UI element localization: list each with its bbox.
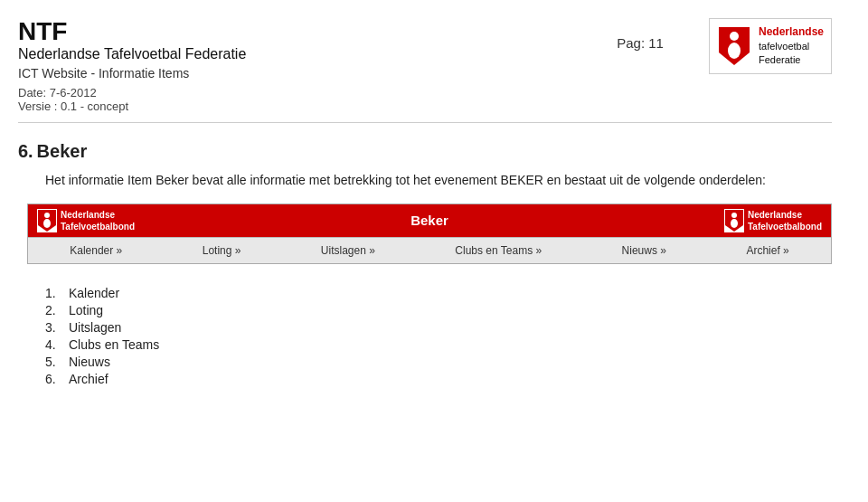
logo-figure-svg [717,25,751,67]
svg-point-7 [43,219,51,228]
nav-logo-left-line2: Tafelvoetbalbond [61,221,135,232]
list-item-label: Archief [69,372,108,386]
nav-logo-right-line1: Nederlandse [748,209,822,221]
intro-paragraph: Het informatie Item Beker bevat alle inf… [45,173,832,187]
nav-logo-left-text: Nederlandse Tafelvoetbalbond [61,209,135,232]
list-item-label: Clubs en Teams [69,337,159,352]
logo-line1: Nederlandse [759,24,824,40]
nav-logo-left-line1: Nederlandse [61,209,135,221]
list-item-num: 5. [45,355,63,369]
list-item: 1.Kalender [45,286,832,300]
nav-logo-right-svg [724,209,744,232]
nav-item-archief[interactable]: Archief » [737,242,797,260]
section-number: 6. [18,141,33,161]
list-item: 3.Uitslagen [45,320,832,335]
nav-logo-right: Nederlandse Tafelvoetbalbond [724,209,822,232]
nav-bottom-bar: Kalender » Loting » Uitslagen » Clubs en… [28,237,831,263]
list-item: 5.Nieuws [45,355,832,369]
nav-mockup: Nederlandse Tafelvoetbalbond Beker Neder… [27,204,832,264]
list-item-label: Loting [69,303,103,317]
list-item: 4.Clubs en Teams [45,337,832,352]
version-label: Versie : 0.1 - concept [18,99,246,113]
list-item: 2.Loting [45,303,832,317]
org-name: Nederlandse Tafelvoetbal Federatie [18,46,246,62]
svg-point-11 [731,219,738,228]
nav-logo-right-text: Nederlandse Tafelvoetbalbond [748,209,822,232]
nav-logo-left-svg [37,209,57,232]
svg-point-10 [731,213,737,218]
svg-point-2 [730,32,739,41]
document-header: NTF Nederlandse Tafelvoetbal Federatie I… [18,18,832,123]
ordered-list: 1.Kalender2.Loting3.Uitslagen4.Clubs en … [45,286,832,386]
list-item-label: Nieuws [69,355,110,369]
svg-point-3 [728,43,741,59]
list-item: 6.Archief [45,372,832,386]
list-item-num: 1. [45,286,63,300]
section-title: Beker [37,141,88,161]
header-right: Pag: 11 Nederlandse tafelvoetbal Federat… [617,18,832,74]
nav-top-bar: Nederlandse Tafelvoetbalbond Beker Neder… [28,204,831,237]
nav-item-nieuws[interactable]: Nieuws » [613,242,675,260]
list-item-label: Kalender [69,286,119,300]
date-label: Date: 7-6-2012 [18,86,246,99]
list-item-num: 2. [45,303,63,317]
logo-line3: Federatie [759,53,824,67]
list-item-num: 4. [45,337,63,352]
section-heading-container: 6. Beker [18,141,832,162]
nav-center-title: Beker [135,213,724,228]
nav-item-clubs[interactable]: Clubs en Teams » [446,242,551,260]
page-number: Pag: 11 [617,35,664,51]
nav-item-loting[interactable]: Loting » [193,242,250,260]
ntf-title: NTF [18,18,246,46]
header-left: NTF Nederlandse Tafelvoetbal Federatie I… [18,18,246,113]
nav-logo-left: Nederlandse Tafelvoetbalbond [37,209,135,232]
logo-line2: tafelvoetbal [759,40,824,53]
svg-point-6 [44,213,50,218]
list-item-num: 3. [45,320,63,335]
nav-logo-right-line2: Tafelvoetbalbond [748,221,822,232]
list-item-label: Uitslagen [69,320,121,335]
nav-item-kalender[interactable]: Kalender » [61,242,131,260]
list-section: 1.Kalender2.Loting3.Uitslagen4.Clubs en … [45,286,832,386]
subtitle: ICT Website - Informatie Items [18,66,246,81]
list-item-num: 6. [45,372,63,386]
logo-box: Nederlandse tafelvoetbal Federatie [709,18,832,74]
logo-text: Nederlandse tafelvoetbal Federatie [759,24,824,68]
nav-item-uitslagen[interactable]: Uitslagen » [312,242,384,260]
